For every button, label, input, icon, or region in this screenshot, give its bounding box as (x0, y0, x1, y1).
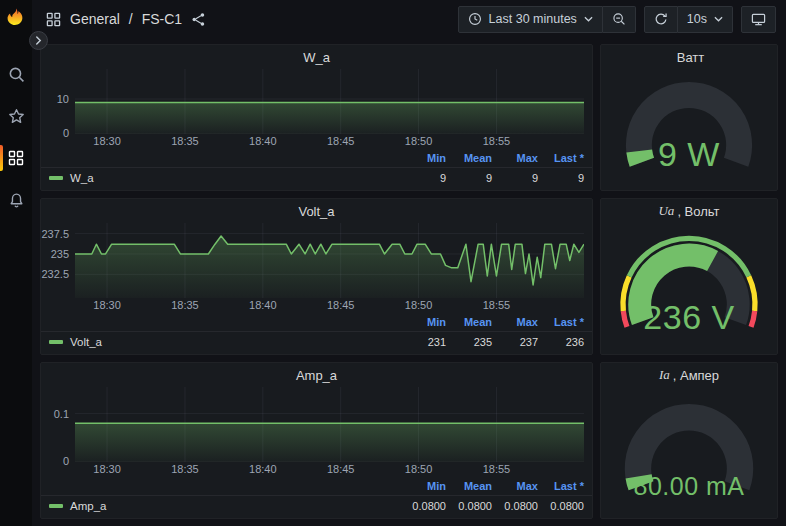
legend-series-toggle[interactable]: W_a (49, 172, 400, 184)
breadcrumb-folder[interactable]: General (70, 11, 120, 27)
legend-header-max[interactable]: Max (492, 316, 538, 328)
apps-grid-icon[interactable] (46, 12, 61, 27)
legend-header-mean[interactable]: Mean (446, 316, 492, 328)
gauge: 236 V (601, 223, 777, 354)
legend-mean-value: 9 (446, 172, 492, 184)
time-range-picker[interactable]: Last 30 minutes (458, 6, 603, 33)
x-tick-label: 18:30 (93, 463, 121, 475)
topbar: General / FS-C1 Last 30 minutes (32, 0, 786, 38)
gauge-value: 9 W (601, 135, 777, 174)
x-axis: 18:3018:3518:4018:4518:5018:55 (75, 134, 584, 150)
y-tick-label: 0 (63, 127, 69, 139)
sidebar-item-starred[interactable] (0, 95, 32, 137)
refresh-interval-label: 10s (687, 12, 707, 26)
x-tick-label: 18:50 (405, 299, 433, 311)
sidebar (0, 0, 32, 526)
panel-title[interactable]: Ватт (601, 45, 777, 69)
legend-header-max[interactable]: Max (492, 152, 538, 164)
panel-volt-a: Volt_a 232.5235237.5 18:3018:3518:4018:4… (40, 198, 593, 355)
sidebar-expand-button[interactable] (29, 31, 48, 50)
legend-mean-value: 235 (446, 336, 492, 348)
y-axis: 232.5235237.5 (41, 223, 75, 298)
legend: Min Mean Max Last * Amp_a 0.0800 0.0800 … (41, 478, 592, 518)
chevron-down-icon (714, 16, 723, 22)
x-tick-label: 18:45 (327, 299, 355, 311)
y-axis: 00.1 (41, 387, 75, 462)
gauge: 9 W (601, 69, 777, 190)
x-tick-label: 18:45 (327, 463, 355, 475)
refresh-interval-dropdown[interactable]: 10s (678, 6, 733, 33)
star-icon (8, 108, 25, 125)
time-range-label: Last 30 minutes (489, 12, 577, 26)
refresh-button[interactable] (644, 6, 678, 33)
x-tick-label: 18:55 (483, 463, 511, 475)
gauge-value: 80.00 mA (601, 472, 777, 501)
legend-header-mean[interactable]: Mean (446, 480, 492, 492)
y-tick-label: 10 (57, 93, 69, 105)
grafana-logo-icon[interactable] (5, 7, 27, 29)
legend-max-value: 9 (492, 172, 538, 184)
panel-title[interactable]: Ia , Ампер (601, 363, 777, 387)
y-axis: 010 (41, 69, 75, 134)
panel-w-a: W_a 010 18:3018:3518:4018:4518:5018:55 M… (40, 44, 593, 191)
x-axis: 18:3018:3518:4018:4518:5018:55 (75, 298, 584, 314)
share-icon[interactable] (191, 12, 206, 27)
legend-series-toggle[interactable]: Amp_a (49, 500, 400, 512)
legend-header-last[interactable]: Last * (538, 316, 584, 328)
time-series-plot[interactable] (75, 387, 584, 462)
y-tick-label: 0 (63, 455, 69, 467)
zoom-out-time-button[interactable] (603, 6, 636, 33)
time-series-plot[interactable] (75, 223, 584, 298)
sidebar-item-dashboards[interactable] (0, 137, 32, 179)
legend-header-min[interactable]: Min (400, 152, 446, 164)
y-tick-label: 237.5 (41, 228, 69, 240)
x-tick-label: 18:45 (327, 135, 355, 147)
legend-header-mean[interactable]: Mean (446, 152, 492, 164)
legend-header-last[interactable]: Last * (538, 480, 584, 492)
dashboard-controls: Last 30 minutes (458, 6, 776, 33)
time-series-plot[interactable] (75, 69, 584, 134)
legend-row: Amp_a 0.0800 0.0800 0.0800 0.0800 (49, 496, 584, 515)
gauge-value: 236 V (601, 298, 777, 337)
x-tick-label: 18:35 (171, 299, 199, 311)
breadcrumb: General / FS-C1 (46, 11, 206, 27)
x-tick-label: 18:40 (249, 463, 277, 475)
legend-last-value: 9 (538, 172, 584, 184)
panel-title[interactable]: Ua , Вольт (601, 199, 777, 223)
legend-row: W_a 9 9 9 9 (49, 168, 584, 187)
dashboards-grid-icon (8, 150, 24, 166)
legend-header-max[interactable]: Max (492, 480, 538, 492)
series-color-swatch (49, 504, 63, 508)
sidebar-item-alerting[interactable] (0, 179, 32, 221)
x-tick-label: 18:35 (171, 463, 199, 475)
panel-title[interactable]: Volt_a (41, 199, 592, 223)
series-color-swatch (49, 176, 63, 180)
legend-max-value: 237 (492, 336, 538, 348)
bell-icon (8, 192, 25, 209)
legend: Min Mean Max Last * W_a 9 9 9 9 (41, 150, 592, 190)
breadcrumb-dashboard[interactable]: FS-C1 (142, 11, 182, 27)
legend-header-min[interactable]: Min (400, 480, 446, 492)
legend-last-value: 236 (538, 336, 584, 348)
cycle-view-mode-button[interactable] (741, 6, 776, 33)
panel-title[interactable]: Amp_a (41, 363, 592, 387)
legend-max-value: 0.0800 (492, 500, 538, 512)
legend-row: Volt_a 231 235 237 236 (49, 332, 584, 351)
legend-header-last[interactable]: Last * (538, 152, 584, 164)
y-tick-label: 232.5 (41, 268, 69, 280)
x-tick-label: 18:50 (405, 135, 433, 147)
search-icon (8, 66, 25, 83)
x-tick-label: 18:50 (405, 463, 433, 475)
x-tick-label: 18:35 (171, 135, 199, 147)
legend-series-toggle[interactable]: Volt_a (49, 336, 400, 348)
legend-header-min[interactable]: Min (400, 316, 446, 328)
legend-min-value: 231 (400, 336, 446, 348)
x-tick-label: 18:40 (249, 299, 277, 311)
panel-title[interactable]: W_a (41, 45, 592, 69)
legend-min-value: 9 (400, 172, 446, 184)
panel-gauge-volt: Ua , Вольт 236 V (600, 198, 778, 355)
panel-gauge-watt: Ватт 9 W (600, 44, 778, 191)
sidebar-item-search[interactable] (0, 53, 32, 95)
legend-last-value: 0.0800 (538, 500, 584, 512)
y-tick-label: 0.1 (54, 408, 69, 420)
